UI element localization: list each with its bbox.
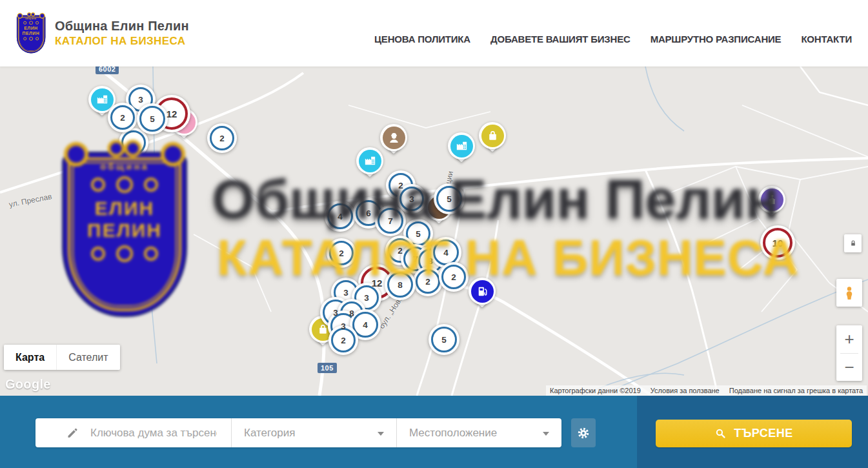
church-icon <box>765 192 780 207</box>
attribution-terms-link[interactable]: Условия за ползване <box>651 387 720 394</box>
nav-item-pricing-policy[interactable]: ЦЕНОВА ПОЛИТИКА <box>374 34 470 45</box>
header: община ЕЛИНПЕЛИН Община Елин Пелин КАТ <box>0 0 868 66</box>
keyword-input[interactable] <box>89 426 218 440</box>
keyword-field[interactable] <box>35 418 231 447</box>
factory-icon <box>454 139 469 154</box>
search-bar: Категория Местоположение ТЪРСЕНЕ <box>0 396 868 468</box>
factory-icon <box>363 154 378 168</box>
factory-pin[interactable] <box>356 147 384 184</box>
map-markers: 321252235467522784221283338342510 <box>0 66 868 396</box>
cluster-marker[interactable]: 8 <box>385 269 416 300</box>
zoom-out-button[interactable]: − <box>836 354 862 382</box>
gear-icon <box>576 426 590 440</box>
category-select-label: Категория <box>244 427 295 440</box>
cluster-marker[interactable]: 2 <box>413 267 443 296</box>
pencil-icon <box>66 426 79 440</box>
main-nav: ЦЕНОВА ПОЛИТИКА ДОБАВЕТЕ ВАШИЯТ БИЗНЕС М… <box>374 34 852 45</box>
map-attribution: Картографски данни ©2019 Условия за полз… <box>546 385 867 396</box>
cluster-marker[interactable]: 5 <box>434 183 465 214</box>
attribution-data-text: Картографски данни ©2019 <box>550 387 641 394</box>
page: община ЕЛИНПЕЛИН Община Елин Пелин КАТ <box>0 0 868 468</box>
category-select[interactable]: Категория <box>232 418 396 447</box>
crest-name-line1: ЕЛИН <box>25 26 38 31</box>
fuel-pin[interactable] <box>468 277 496 314</box>
map-type-satellite-button[interactable]: Сателит <box>56 345 119 370</box>
attribution-report-error-link[interactable]: Подаване на сигнал за грешка в картата <box>729 387 863 394</box>
cluster-marker[interactable]: 10 <box>760 225 795 260</box>
fuel-pump-icon <box>475 284 490 299</box>
google-logo[interactable]: Google <box>5 377 51 392</box>
map-type-control: Карта Сателит <box>4 345 120 370</box>
chevron-down-icon <box>378 432 384 436</box>
search-button-label: ТЪРСЕНЕ <box>734 427 793 440</box>
factory-icon <box>95 92 110 107</box>
location-select-label: Местоположение <box>409 427 497 440</box>
lock-button[interactable] <box>844 234 862 252</box>
zoom-control: + − <box>836 325 862 381</box>
crest-name-line2: ПЕЛИН <box>23 31 40 36</box>
pegman-icon <box>842 285 857 301</box>
advanced-settings-button[interactable] <box>571 418 596 447</box>
pegman-button[interactable] <box>836 279 862 307</box>
cluster-marker[interactable]: 2 <box>207 123 237 153</box>
cluster-marker[interactable]: 2 <box>439 262 469 292</box>
shopping-bag-icon <box>485 128 500 143</box>
cluster-marker[interactable]: 4 <box>325 201 356 232</box>
bag-pin[interactable] <box>478 121 507 159</box>
cluster-marker[interactable]: 5 <box>137 103 168 134</box>
site-title: Община Елин Пелин <box>55 19 189 34</box>
search-icon <box>714 427 727 440</box>
site-logo[interactable]: община ЕЛИНПЕЛИН Община Елин Пелин КАТ <box>15 12 189 54</box>
worker-icon <box>387 130 401 145</box>
site-subtitle: КАТАЛОГ НА БИЗНЕСА <box>55 35 189 48</box>
nav-item-add-business[interactable]: ДОБАВЕТЕ ВАШИЯТ БИЗНЕС <box>490 34 631 45</box>
cluster-marker[interactable]: 7 <box>375 205 406 236</box>
lock-icon <box>848 238 858 249</box>
cluster-marker[interactable]: 2 <box>108 103 137 132</box>
search-fields-group: Категория Местоположение <box>35 418 561 447</box>
crest-ornament-icon <box>23 37 39 41</box>
municipality-crest-logo: община ЕЛИНПЕЛИН <box>15 12 47 54</box>
crest-curls-icon <box>15 12 46 19</box>
nav-item-route-schedule[interactable]: МАРШРУТНО РАЗПИСАНИЕ <box>651 34 782 45</box>
map-canvas[interactable]: ул. Преславбул. „Новоселции 6002105 3212… <box>0 66 868 396</box>
chevron-down-icon <box>543 432 549 436</box>
cluster-marker[interactable]: 5 <box>429 324 459 355</box>
zoom-in-button[interactable]: + <box>836 325 862 353</box>
church-pin[interactable] <box>758 185 786 223</box>
location-select[interactable]: Местоположение <box>397 418 561 447</box>
map-type-map-button[interactable]: Карта <box>4 345 56 370</box>
factory-pin[interactable] <box>447 132 476 169</box>
crest-ornament-icon <box>23 21 39 25</box>
nav-item-contacts[interactable]: КОНТАКТИ <box>801 34 852 45</box>
search-button[interactable]: ТЪРСЕНЕ <box>656 420 852 447</box>
cluster-marker[interactable]: 2 <box>327 238 356 268</box>
